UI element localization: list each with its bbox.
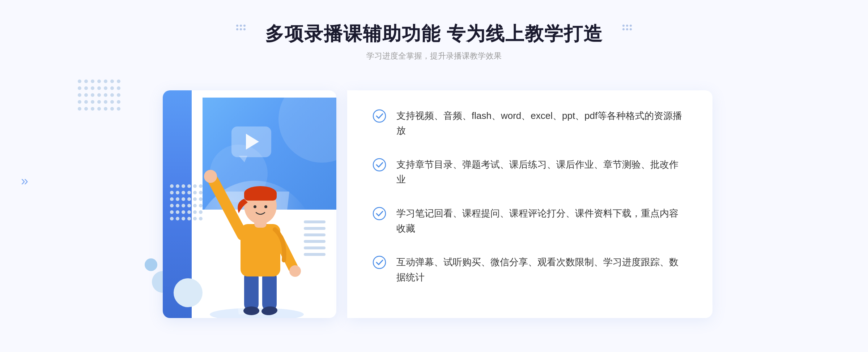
svg-point-4 (243, 306, 259, 315)
check-circle-icon-1 (373, 109, 386, 123)
feature-item-4: 互动弹幕、试听购买、微信分享、观看次数限制、学习进度跟踪、数据统计 (373, 255, 687, 285)
person-illustration (188, 137, 326, 318)
main-title: 多项录播课辅助功能 专为线上教学打造 (265, 22, 603, 46)
svg-point-18 (373, 159, 386, 171)
check-circle-icon-2 (373, 158, 386, 172)
illustration-panel (152, 83, 351, 329)
svg-point-8 (204, 170, 217, 183)
feature-text-1: 支持视频、音频、flash、word、excel、ppt、pdf等各种格式的资源… (396, 108, 687, 138)
svg-point-10 (289, 265, 301, 277)
check-circle-icon-3 (373, 207, 386, 220)
feature-item-1: 支持视频、音频、flash、word、excel、ppt、pdf等各种格式的资源… (373, 108, 687, 138)
svg-rect-2 (244, 271, 259, 311)
content-area: 支持视频、音频、flash、word、excel、ppt、pdf等各种格式的资源… (152, 83, 716, 336)
dot-grid-left (236, 25, 246, 30)
feature-item-2: 支持章节目录、弹题考试、课后练习、课后作业、章节测验、批改作业 (373, 157, 687, 187)
feature-text-4: 互动弹幕、试听购买、微信分享、观看次数限制、学习进度跟踪、数据统计 (396, 255, 687, 285)
features-panel: 支持视频、音频、flash、word、excel、ppt、pdf等各种格式的资源… (347, 90, 712, 318)
small-circle-deco-2 (145, 258, 157, 271)
sub-title: 学习进度全掌握，提升录播课教学效果 (265, 51, 603, 61)
header-dots-left (236, 25, 246, 30)
feature-item-3: 学习笔记回看、课程提问、课程评论打分、课件资料下载，重点内容收藏 (373, 206, 687, 236)
bg-dots-pattern-1 (78, 80, 120, 111)
header-dots-right (622, 25, 632, 30)
svg-point-17 (373, 110, 386, 122)
check-circle-icon-4 (373, 256, 386, 269)
svg-point-16 (264, 205, 267, 208)
chevron-left-icon: » (21, 173, 28, 189)
svg-point-19 (373, 207, 386, 220)
svg-rect-14 (244, 190, 277, 201)
svg-point-20 (373, 256, 386, 269)
page-wrapper: 多项录播课辅助功能 专为线上教学打造 学习进度全掌握，提升录播课教学效果 » (0, 0, 868, 352)
header-section: 多项录播课辅助功能 专为线上教学打造 学习进度全掌握，提升录播课教学效果 (265, 22, 603, 61)
feature-text-2: 支持章节目录、弹题考试、课后练习、课后作业、章节测验、批改作业 (396, 157, 687, 187)
svg-point-15 (254, 205, 256, 208)
feature-text-3: 学习笔记回看、课程提问、课程评论打分、课件资料下载，重点内容收藏 (396, 206, 687, 236)
dot-grid-right (622, 25, 632, 30)
svg-rect-3 (262, 271, 277, 311)
